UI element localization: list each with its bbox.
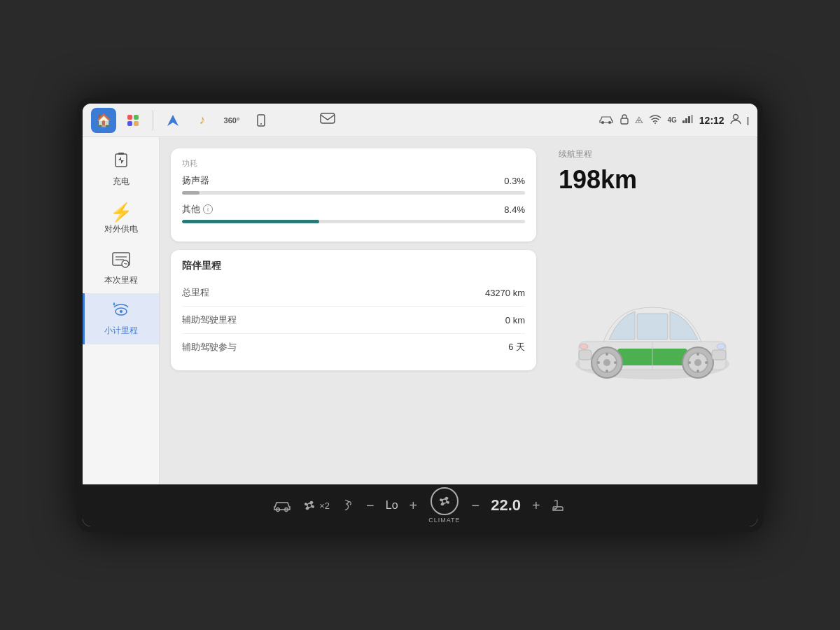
svg-rect-41 [712,350,726,360]
svg-rect-24 [637,314,668,340]
screen-outer: 🏠 ♪ [77,98,763,532]
power-export-icon: ⚡ [110,203,132,221]
svg-rect-14 [118,153,124,155]
svg-point-37 [614,361,617,364]
autopilot-engage-value: 6 天 [508,341,525,354]
fan-icon[interactable]: ×2 [302,498,330,512]
power-card: 功耗 扬声器 0.3% 其他 i 8.4 [171,148,536,241]
fan-speed-label: ×2 [319,500,330,511]
svg-point-30 [705,361,708,364]
screen: 🏠 ♪ [83,104,757,526]
signal-bars [682,115,694,125]
home-button[interactable]: 🏠 [91,108,116,133]
phone-button[interactable] [248,108,274,133]
car-illustration [561,280,743,392]
sidebar: 充电 ⚡ 对外供电 [83,137,160,484]
fan-mode-lo[interactable]: Lo [386,499,398,512]
trip-icon [111,251,131,272]
trip-label: 本次里程 [104,275,138,285]
svg-point-36 [606,353,608,356]
climate-button[interactable]: CLIMATE [428,487,460,524]
lock-icon [620,113,629,127]
sidebar-item-odometer[interactable]: 小计里程 [83,293,159,344]
climate-fan-icon [430,487,458,515]
climate-label: CLIMATE [428,517,460,524]
bluetooth-icon: ⨹ [635,114,643,126]
right-panel: 续航里程 198km [547,137,757,484]
temp-increase-left[interactable]: + [410,498,418,514]
other-fill [182,220,319,223]
message-icon[interactable] [320,113,335,128]
mileage-title: 陪伴里程 [182,260,525,272]
total-mileage-row: 总里程 43270 km [182,279,525,307]
signal-icon: 4G [667,116,676,124]
svg-rect-6 [621,118,628,124]
speaker-fill [182,191,200,195]
seat-heat-icon[interactable] [341,498,355,512]
autopilot-mileage-value: 0 km [505,315,525,326]
autopilot-mileage-row: 辅助驾驶里程 0 km [182,307,525,334]
temp-increase-right[interactable]: + [532,498,540,514]
odometer-icon [111,302,132,323]
speaker-bar [182,191,525,195]
svg-rect-13 [115,154,127,167]
other-bar [182,220,525,223]
svg-point-47 [307,503,312,507]
bottom-bar: ×2 − Lo + CLIMATE [83,484,757,526]
speaker-value: 0.3% [504,176,525,186]
content-area: 功耗 扬声器 0.3% 其他 i 8.4 [160,137,547,484]
total-mileage-label: 总里程 [182,286,209,299]
temp-decrease-left[interactable]: − [366,498,374,514]
svg-point-29 [696,353,699,356]
seat-right-icon[interactable] [552,498,567,512]
menu-dots: | [747,115,749,125]
speaker-row: 扬声器 0.3% [182,174,525,187]
svg-point-5 [608,121,611,124]
user-icon[interactable] [730,113,741,127]
svg-point-35 [603,359,610,366]
speaker-label: 扬声器 [182,174,209,187]
360-button[interactable]: 360° [219,108,244,133]
svg-point-21 [120,310,122,313]
svg-point-48 [442,499,447,503]
charging-icon [111,151,131,174]
svg-point-7 [654,122,656,124]
svg-point-4 [601,121,604,124]
svg-rect-10 [688,116,690,123]
autopilot-mileage-label: 辅助驾驶里程 [182,314,237,326]
mileage-card: 陪伴里程 总里程 43270 km 辅助驾驶里程 0 km 辅助驾驶参与 6 天 [171,250,536,370]
info-icon[interactable]: i [203,204,213,214]
sidebar-item-trip[interactable]: 本次里程 [83,243,159,293]
power-card-title: 功耗 [182,158,525,169]
power-export-label: 对外供电 [104,224,138,234]
total-mileage-value: 43270 km [485,288,525,298]
navigation-button[interactable] [160,108,186,133]
charging-label: 充电 [113,176,130,186]
svg-rect-11 [691,115,693,123]
car-bottom-icon[interactable] [273,498,291,512]
other-row: 其他 i 8.4% [182,203,525,216]
active-bar [83,293,85,344]
svg-rect-3 [321,113,335,123]
clock: 12:12 [699,115,724,126]
main-content: 充电 ⚡ 对外供电 [83,137,757,484]
svg-point-31 [696,370,699,372]
svg-rect-42 [579,350,592,360]
svg-point-32 [688,361,691,364]
apps-button[interactable] [120,108,146,133]
svg-marker-0 [167,115,178,126]
other-value: 8.4% [504,204,525,215]
range-value: 198km [559,166,746,194]
svg-point-28 [694,359,701,366]
sidebar-item-power-export[interactable]: ⚡ 对外供电 [83,195,159,242]
music-button[interactable]: ♪ [190,108,215,133]
sidebar-item-charging[interactable]: 充电 [83,143,159,195]
svg-point-12 [733,115,738,120]
svg-rect-9 [685,118,687,123]
nav-divider-1 [153,110,153,131]
svg-point-39 [597,361,600,364]
temp-decrease-right[interactable]: − [472,498,480,514]
nav-icons: 🏠 ♪ [91,108,335,133]
range-label: 续航里程 [559,148,746,160]
car-visual [559,200,746,473]
